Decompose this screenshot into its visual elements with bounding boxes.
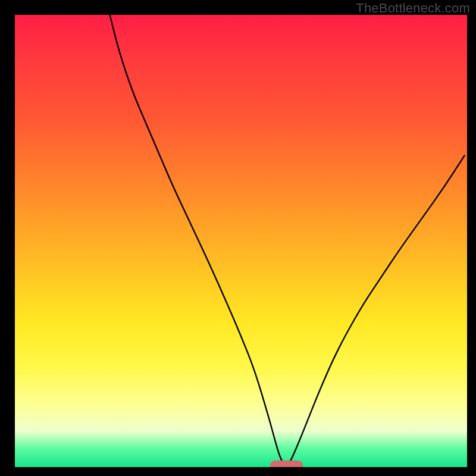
watermark-text: TheBottleneck.com: [356, 1, 470, 16]
curve-layer: [15, 15, 467, 467]
plot-area: [15, 15, 467, 467]
bottom-marker: [270, 461, 303, 467]
curve-path: [110, 15, 465, 465]
chart-frame: TheBottleneck.com: [0, 0, 476, 476]
